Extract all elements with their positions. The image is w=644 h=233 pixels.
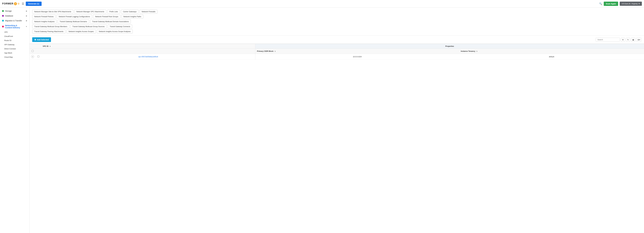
tag-network-firewall-rule-groups[interactable]: Network Firewall Rule Groups [93,14,120,18]
tag-network-firewalls[interactable]: Network Firewalls [140,10,158,14]
sidebar-item-migration[interactable]: Migration & Transfer ▶ [0,18,30,23]
checkbox-subheader [30,49,36,54]
tag-network-insights-analyses[interactable]: Network Insights Analyses [32,20,56,24]
migration-chevron: ▶ [26,20,27,22]
sidebar-item-migration-label: Migration & Transfer [5,20,22,22]
storage-dot [2,10,4,12]
logo-area: FORMER 2 ⚙ ☰ [2,2,24,5]
sidebar-item-storage[interactable]: Storage ▶ [0,8,30,14]
tags-row-1: Network Manager Site-to-Site VPN Attachm… [32,10,641,14]
sidebar-item-networking[interactable]: Networking & Content Delivery ▼ [0,23,30,30]
select-all-checkbox[interactable] [32,50,34,52]
tags-row-2: Network Firewall Policies Network Firewa… [32,14,641,18]
tags-section: Network Manager Site-to-Site VPN Attachm… [30,8,644,36]
generate-button[interactable]: Generate (1) [26,2,42,6]
vpc-id-link[interactable]: vpc-0557eb55b8a1b95c8 [138,56,158,58]
primary-cidr-label: Primary CIDR Block [257,50,274,52]
logo-box: FORMER 2 ⚙ [2,2,20,5]
tag-carrier-gateways[interactable]: Carrier Gateways [121,10,138,14]
tag-network-insights-paths[interactable]: Network Insights Paths [122,14,143,18]
add-selected-label: Add Selected [37,39,49,41]
vpc-id-subheader [41,49,255,54]
table-row: + vpc-0557eb55b8a1b95c8 10.0.0.0/24 defa… [30,54,644,60]
table-container: VPC ID ⇅ Properties [30,44,644,60]
tag-transit-gw-peering[interactable]: Transit Gateway Peering Attachments [32,30,66,34]
vpc-id-sort-icon[interactable]: ⇅ [50,46,50,47]
vpc-id-cell: vpc-0557eb55b8a1b95c8 [41,54,255,60]
table-view-icon: ▦ [632,39,634,41]
tag-network-manager-vpc[interactable]: Network Manager VPC Attachments [74,10,106,14]
properties-header-label: Properties [445,45,454,47]
grid-view-icon-button[interactable]: ⊞▾ [636,38,641,42]
database-dot [2,15,4,17]
table-view-icon-button[interactable]: ▦ [631,38,635,42]
instance-tenancy-sort-icon[interactable]: ⇅ [476,50,477,52]
topbar-right: 🔍 Scan Again US East (N. Virginia) ▼ [599,2,642,6]
tag-transit-gw-multicast-domains[interactable]: Transit Gateway Multicast Domains [58,20,89,24]
tag-transit-gw-connects[interactable]: Transit Gateway Connects [108,24,132,28]
tag-transit-gw-multicast-domain-assoc[interactable]: Transit Gateway Multicast Domain Associa… [90,20,131,24]
tag-prefix-lists[interactable]: Prefix Lists [107,10,120,14]
storage-chevron: ▶ [26,10,27,12]
vpc-table: VPC ID ⇅ Properties [30,44,644,60]
primary-cidr-sort-icon[interactable]: ⇅ [274,50,276,52]
networking-chevron: ▼ [26,26,27,28]
sidebar-item-database[interactable]: Database ▶ [0,14,30,18]
toolbar-row: ⊕ Add Selected ⬇ ↻ ▦ ⊞▾ [30,36,644,44]
topbar: FORMER 2 ⚙ ☰ Generate (1) 🔍 Scan Again U… [0,0,644,8]
tag-network-insights-access-scope-analyses[interactable]: Network Insights Access Scope Analyses [97,30,133,34]
logo-badge: 2 [14,2,17,5]
table-body: + vpc-0557eb55b8a1b95c8 10.0.0.0/24 defa… [30,54,644,60]
region-label: US East (N. Virginia) [622,3,638,5]
instance-tenancy-header: Instance Tenancy ⇅ [459,49,644,54]
add-selected-button[interactable]: ⊕ Add Selected [32,37,51,42]
sidebar-item-cloudmap[interactable]: Cloud Map [4,55,30,59]
database-chevron: ▶ [26,15,27,17]
scan-again-button[interactable]: Scan Again [604,2,618,6]
primary-cidr-cell: 10.0.0.0/24 [255,54,459,60]
row-checkbox[interactable] [38,56,39,58]
sidebar-item-apigateway[interactable]: API Gateway [4,42,30,47]
download-icon: ⬇ [622,39,624,41]
row-add-button[interactable]: + [31,55,34,58]
sidebar-item-directconnect[interactable]: Direct Connect [4,47,30,51]
primary-cidr-header: Primary CIDR Block ⇅ [255,49,459,54]
search-icon-top[interactable]: 🔍 [599,2,602,5]
download-icon-button[interactable]: ⬇ [621,38,625,42]
logo-icon: ⚙ [18,2,20,5]
grid-view-icon: ⊞▾ [638,39,640,41]
sidebar: Storage ▶ Database ▶ Migration & Transfe… [0,8,30,233]
tag-network-firewall-policies[interactable]: Network Firewall Policies [32,14,56,18]
sidebar-item-cloudfront[interactable]: CloudFront [4,34,30,38]
networking-dot [2,26,4,27]
checkbox-header-col [30,44,36,49]
tag-network-insights-access-scopes[interactable]: Network Insights Access Scopes [66,30,96,34]
main-layout: Storage ▶ Database ▶ Migration & Transfe… [0,8,644,233]
refresh-icon: ↻ [627,39,629,41]
properties-header: Properties [255,44,644,49]
sidebar-item-vpc[interactable]: VPC [4,30,30,34]
hamburger-icon[interactable]: ☰ [22,2,24,5]
tag-transit-gw-multicast-group-sources[interactable]: Transit Gateway Multicast Group Sources [70,24,107,28]
tags-row-5: Transit Gateway Peering Attachments Netw… [32,30,641,34]
toolbar-right: ⬇ ↻ ▦ ⊞▾ [596,38,641,42]
sidebar-sub-items: VPC CloudFront Route 53 API Gateway Dire… [0,30,30,59]
sidebar-item-networking-label: Networking & Content Delivery [5,24,24,29]
row-checkbox-col [36,54,41,60]
tag-transit-gw-multicast-group-members[interactable]: Transit Gateway Multicast Group Members [32,24,69,28]
tag-network-firewall-logging[interactable]: Network Firewall Logging Configurations [56,14,92,18]
refresh-icon-button[interactable]: ↻ [626,38,630,42]
tag-network-manager-site-vpn[interactable]: Network Manager Site-to-Site VPN Attachm… [32,10,73,14]
vpc-id-header-label: VPC ID [43,45,48,47]
instance-tenancy-label: Instance Tenancy [461,50,475,52]
sidebar-item-storage-label: Storage [5,10,12,12]
tags-row-3: Network Insights Analyses Transit Gatewa… [32,20,641,24]
sidebar-item-route53[interactable]: Route 53 [4,38,30,42]
instance-tenancy-cell: default [459,54,644,60]
sidebar-item-database-label: Database [5,15,13,17]
region-dropdown-icon: ▼ [638,3,640,5]
add-selected-plus-icon: ⊕ [34,38,36,41]
sidebar-item-appmesh[interactable]: App Mesh [4,51,30,55]
region-button[interactable]: US East (N. Virginia) ▼ [620,2,642,6]
search-input[interactable] [596,38,620,42]
